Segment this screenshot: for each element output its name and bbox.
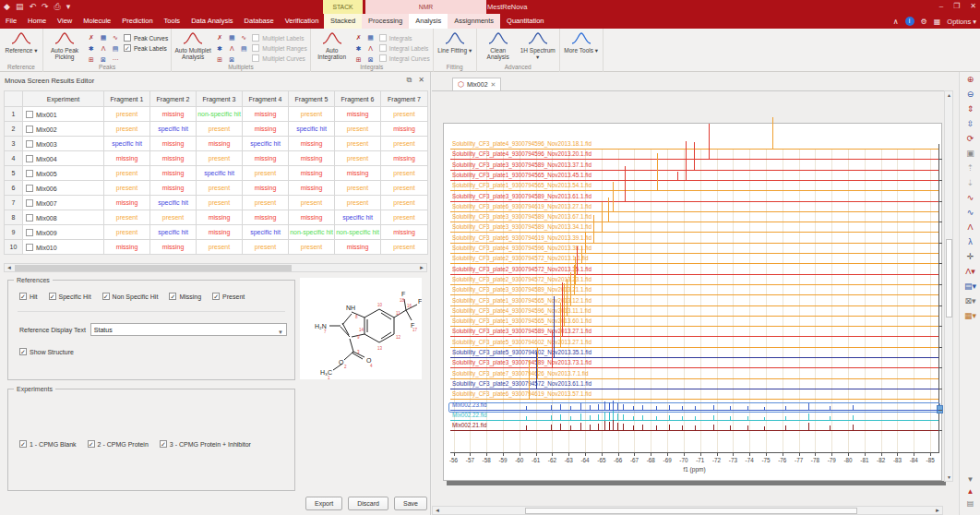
small-tool-icon[interactable]: ✱ (214, 43, 225, 54)
clean-analysis-button[interactable]: Clean Analysis (480, 30, 517, 63)
spectrum-trace-8[interactable] (450, 357, 938, 358)
collapse-ribbon-icon[interactable]: ∧ (893, 15, 899, 29)
undo-icon[interactable]: ↶ (29, 1, 36, 13)
clipboard-icon[interactable]: ▦ (934, 15, 941, 29)
table-row-mix006[interactable]: 6Mix006presentmissingpresentmissingmissi… (5, 181, 428, 196)
status-cell[interactable]: missing (381, 122, 428, 137)
status-cell[interactable]: missing (289, 151, 335, 166)
spectrum-label-4[interactable]: Solubility_CF3_plate6_9300794619_Nov2013… (452, 390, 592, 397)
spectrum-trace-13[interactable] (450, 305, 938, 306)
status-cell[interactable]: missing (104, 240, 150, 255)
spectrum-label-13[interactable]: Solubility_CF3_plate1_9300794565_Nov2013… (452, 297, 592, 304)
menu-item-data-analysis[interactable]: Data Analysis (185, 14, 238, 29)
menu-item-verification[interactable]: Verification (280, 14, 325, 29)
discard-button[interactable]: Discard (348, 497, 388, 510)
vertical-scrollbar-thumb[interactable] (946, 239, 952, 317)
scroll-down-icon[interactable]: ▼ (945, 474, 953, 480)
document-tab-mix002[interactable]: ⬡ Mix002 ✕ (452, 78, 501, 90)
tab-processing[interactable]: Processing (362, 14, 409, 29)
column-header-experiment[interactable]: Experiment (23, 91, 104, 107)
experiment-cell[interactable]: Mix010 (23, 240, 104, 255)
checkbox-non-specific-hit[interactable]: ✓Non Specific Hit (102, 293, 159, 300)
table-row-mix008[interactable]: 8Mix008presentpresentmissingmissingmissi… (5, 210, 428, 225)
status-cell[interactable]: missing (335, 166, 381, 181)
small-tool-icon[interactable]: ✗ (214, 32, 225, 42)
vertical-scrollbar[interactable]: ▲ ▼ (944, 90, 953, 482)
column-header-fragment-4[interactable]: Fragment 4 (243, 91, 289, 107)
status-cell[interactable]: missing (289, 137, 335, 151)
status-cell[interactable]: specific hit (243, 137, 289, 151)
status-cell[interactable]: present (381, 181, 428, 196)
spectrum-trace-1[interactable] (450, 430, 938, 431)
status-cell[interactable]: missing (243, 122, 289, 137)
spectrum-trace-15[interactable] (450, 284, 938, 285)
status-cell[interactable]: present (104, 122, 150, 137)
row-checkbox[interactable] (26, 170, 33, 177)
spectrum-trace-10[interactable] (450, 336, 938, 337)
spectrum-label-19[interactable]: Solubility_CF3_plate6_9300794619_Nov2013… (452, 234, 592, 241)
spectrum-trace-3[interactable] (450, 410, 938, 411)
spectrum-label-8[interactable]: Solubility_CF3_plate5_9300794602_Nov2013… (452, 349, 592, 355)
status-cell[interactable]: present (381, 137, 428, 151)
auto-peak-picking-button[interactable]: Auto Peak Picking (46, 30, 83, 63)
status-cell[interactable]: non-specific hit (197, 107, 243, 122)
checkbox-box[interactable]: ✓ (49, 293, 56, 300)
status-cell[interactable]: present (150, 210, 197, 225)
restore-button[interactable]: ❐ (953, 1, 960, 12)
checkbox-box[interactable]: ✓ (169, 293, 176, 300)
status-cell[interactable]: missing (289, 181, 335, 196)
checkbox-present[interactable]: ✓Present (212, 293, 245, 300)
checkbox-missing[interactable]: ✓Missing (169, 293, 201, 300)
spectrum-trace-5[interactable] (450, 389, 938, 389)
peak-menu-icon[interactable]: Λ▾ (960, 264, 980, 279)
status-cell[interactable]: missing (335, 240, 381, 255)
status-cell[interactable]: specific hit (150, 225, 197, 240)
quick-access-dropdown-icon[interactable]: ▾ (66, 1, 71, 13)
tab-stacked[interactable]: Stacked (324, 14, 362, 29)
spectrum-trace-23[interactable] (450, 201, 938, 202)
status-cell[interactable]: present (243, 166, 289, 181)
status-cell[interactable]: present (197, 122, 243, 137)
status-cell[interactable]: present (381, 166, 428, 181)
small-tool-icon[interactable]: ∿ (238, 32, 249, 42)
small-tool-icon[interactable]: ✱ (86, 43, 97, 54)
column-header-fragment-3[interactable]: Fragment 3 (197, 91, 243, 107)
checkbox-box[interactable]: ✓ (88, 440, 95, 448)
status-cell[interactable]: missing (150, 181, 197, 196)
spectrum-label-9[interactable]: Solubility_CF3_plate5_9300794602_Nov2013… (452, 339, 592, 345)
checkbox-box[interactable]: ✓ (212, 293, 220, 300)
float-panel-icon[interactable]: ⧉ (407, 76, 412, 85)
status-cell[interactable]: present (104, 166, 150, 181)
spectrum-label-18[interactable]: Solubility_CF3_plate4_9300794596_Nov2013… (452, 245, 592, 251)
status-cell[interactable]: specific hit (150, 122, 197, 137)
status-cell[interactable]: missing (104, 196, 150, 210)
spectrum-trace-7[interactable] (450, 367, 938, 368)
tab-assignments[interactable]: Assignments (448, 14, 500, 29)
spectrum-label-20[interactable]: Solubility_CF3_plate3_9300794589_Nov2013… (452, 223, 592, 230)
table-row-mix007[interactable]: 7Mix007missingspecific hitpresentpresent… (5, 196, 428, 210)
status-cell[interactable]: missing (289, 166, 335, 181)
reference-display-text-select[interactable]: Status ▼ (90, 323, 287, 336)
horizontal-scrollbar-thumb[interactable] (525, 508, 857, 514)
close-button[interactable]: ✕ (970, 1, 976, 12)
stacked-spectra-plot[interactable]: -56-57-58-59-60-61-62-63-64-65-66-67-68-… (450, 139, 938, 452)
checkbox-box[interactable]: ✓ (124, 44, 131, 52)
status-cell[interactable]: missing (381, 225, 428, 240)
status-cell[interactable]: present (335, 137, 381, 151)
expand-peaks-icon[interactable]: ∿ (960, 205, 980, 220)
checkbox-box[interactable]: ✓ (160, 440, 167, 448)
status-cell[interactable]: present (197, 151, 243, 166)
peak-by-peak-icon[interactable]: λ (960, 234, 980, 249)
status-cell[interactable]: present (197, 196, 243, 210)
row-checkbox[interactable] (26, 155, 33, 162)
experiment-cell[interactable]: Mix009 (23, 225, 104, 240)
experiment-cell[interactable]: Mix006 (23, 181, 104, 196)
tab-quantitation[interactable]: Quantitation (500, 14, 550, 29)
status-cell[interactable]: present (104, 107, 150, 122)
status-cell[interactable]: missing (150, 240, 197, 255)
row-checkbox[interactable] (26, 199, 33, 207)
spectrum-trace-17[interactable] (450, 263, 938, 264)
1h-spectrum-button[interactable]: 1H Spectrum ▾ (520, 30, 556, 63)
row-checkbox[interactable] (26, 244, 33, 251)
more-tools-button[interactable]: More Tools ▾ (563, 30, 600, 63)
